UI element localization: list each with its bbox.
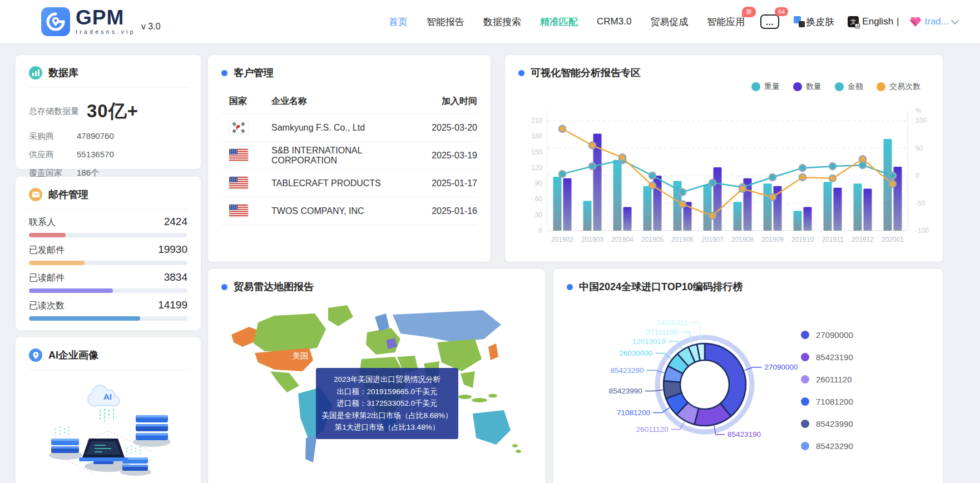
- tooltip-line: 出口额：2019159665.0千美元: [321, 386, 453, 398]
- svg-text:26030000: 26030000: [619, 349, 652, 357]
- mail-stats: 联系人2424已发邮件19930已读邮件3834已读次数14199: [16, 210, 201, 321]
- nav-item-数据搜索[interactable]: 数据搜索: [483, 16, 521, 28]
- user-menu[interactable]: trad...: [909, 16, 958, 27]
- donut-legend-dot: [801, 375, 809, 384]
- mail-stat-line: 已发邮件19930: [29, 243, 187, 256]
- nav-item-贸易促成[interactable]: 贸易促成: [650, 16, 688, 28]
- nav-item-精准匹配[interactable]: 精准匹配: [540, 16, 578, 28]
- change-skin-button[interactable]: 换皮肤: [794, 16, 834, 28]
- brand-domain: tradesns.vip: [76, 29, 136, 35]
- donut-legend-dot: [801, 397, 809, 406]
- customer-row[interactable]: TABLECRAFT PRODUCTS2025-01-17: [221, 170, 477, 197]
- customer-row[interactable]: S&B INTERNATIONAL CORPORATION2025-03-19: [221, 142, 477, 170]
- stat-value: 47890760: [77, 131, 114, 142]
- svg-text:180: 180: [531, 132, 542, 140]
- svg-text:27111100: 27111100: [646, 328, 678, 336]
- customer-row[interactable]: Samkyung F.S. Co., Ltd2025-03-20: [221, 114, 477, 142]
- svg-text:74031111: 74031111: [656, 318, 688, 327]
- legend-item-金额[interactable]: 金额: [835, 82, 863, 92]
- chart-title: 可视化智能分析报告专区: [531, 66, 641, 79]
- location-pin-icon: [29, 348, 42, 362]
- legend-item-交易次数[interactable]: 交易次数: [877, 82, 920, 92]
- donut-legend-item[interactable]: 26011120: [801, 375, 853, 384]
- join-date: 2025-03-20: [424, 123, 477, 133]
- svg-text:60: 60: [535, 195, 543, 203]
- col-join-date: 加入时间: [424, 96, 477, 107]
- svg-text:71081200: 71081200: [617, 409, 650, 417]
- language-switch[interactable]: 文A English |: [848, 16, 899, 27]
- mail-stat-value: 14199: [158, 299, 187, 311]
- progress-track: [29, 288, 187, 293]
- brand-text: GPM tradesns.vip: [76, 7, 136, 35]
- svg-text:%: %: [915, 107, 922, 114]
- nav-item-CRM3.0[interactable]: CRM3.0: [597, 16, 631, 27]
- dashboard-page: GPM tradesns.vip v 3.0 首页智能报告数据搜索精准匹配CRM…: [0, 0, 980, 483]
- new-badge: 新: [742, 7, 756, 17]
- progress-fill: [29, 233, 66, 237]
- header-divider: |: [897, 16, 899, 27]
- top-header: GPM tradesns.vip v 3.0 首页智能报告数据搜索精准匹配CRM…: [0, 0, 980, 43]
- donut-legend-item[interactable]: 27090000: [801, 330, 853, 340]
- legend-item-重量[interactable]: 重量: [751, 82, 780, 92]
- svg-text:201907: 201907: [701, 236, 724, 243]
- donut-legend-dot: [801, 331, 809, 339]
- country-flag: [221, 205, 271, 217]
- mail-stat-label: 联系人: [29, 217, 56, 228]
- svg-text:201912: 201912: [852, 236, 874, 243]
- database-panel: 数据库 总存储数据量 30亿+ 采购商47890760供应商55136570覆盖…: [16, 55, 201, 169]
- database-stat-row: 供应商55136570: [16, 146, 201, 164]
- tooltip-line: 2023年美国进出口贸易情况分析: [321, 374, 453, 386]
- donut-legend-item[interactable]: 71081200: [801, 397, 853, 406]
- donut-legend-item[interactable]: 85423290: [801, 441, 853, 451]
- donut-legend-label: 71081200: [816, 397, 853, 406]
- legend-dot: [793, 82, 802, 91]
- app-version: v 3.0: [141, 22, 161, 32]
- tooltip-line: 第1大进口市场（占比13.48%）: [321, 421, 453, 434]
- donut-legend-dot: [801, 442, 809, 450]
- legend-item-数量[interactable]: 数量: [793, 82, 821, 92]
- ai-profile-panel: AI企业画像 AI: [16, 337, 201, 483]
- chat-bubble-icon: …: [760, 14, 779, 29]
- total-storage-value: 30亿+: [87, 99, 138, 124]
- svg-text:201911: 201911: [821, 236, 843, 243]
- ai-profile-title: AI企业画像: [48, 348, 98, 362]
- legend-dot: [835, 82, 844, 91]
- messages-button[interactable]: … 64: [760, 14, 779, 29]
- nav-item-首页[interactable]: 首页: [389, 16, 408, 28]
- tooltip-line: 美国是全球第2出口市场（占比8.68%）: [321, 410, 453, 422]
- nav-item-智能应用[interactable]: 智能应用新: [707, 16, 745, 28]
- svg-text:26011120: 26011120: [636, 425, 669, 434]
- svg-text:85423290: 85423290: [611, 366, 644, 375]
- donut-legend: 2709000085423190260111207108120085423990…: [801, 330, 853, 451]
- customer-row[interactable]: TWOS COMPANY, INC2025-01-16: [221, 197, 477, 225]
- database-icon: [29, 66, 42, 79]
- total-storage-label: 总存储数据量: [29, 106, 79, 117]
- svg-text:100: 100: [915, 117, 927, 125]
- donut-legend-dot: [801, 353, 809, 361]
- chart-legend: 重量数量金额交易次数: [751, 82, 920, 92]
- combo-chart[interactable]: 100500-50-100%03060901201501802102019022…: [518, 95, 939, 262]
- donut-legend-item[interactable]: 85423190: [801, 352, 853, 362]
- mail-stat-value: 2424: [164, 216, 187, 228]
- app-logo[interactable]: GPM tradesns.vip v 3.0: [41, 7, 161, 36]
- nav-item-智能报告[interactable]: 智能报告: [427, 16, 464, 28]
- legend-label: 金额: [848, 82, 863, 92]
- message-count-badge: 64: [775, 7, 788, 16]
- mail-stat-line: 联系人2424: [29, 216, 187, 228]
- mail-icon: [29, 188, 42, 201]
- mail-title: 邮件管理: [48, 188, 88, 201]
- mail-stat-value: 19930: [158, 243, 187, 256]
- donut-legend-label: 85423290: [816, 441, 853, 451]
- top10-hscode-panel: 中国2024全球进口TOP10编码排行榜 2709000085423190260…: [553, 269, 943, 483]
- progress-track: [29, 316, 187, 321]
- mail-stat-label: 已发邮件: [29, 245, 65, 256]
- usa-map-label: 美国: [293, 351, 308, 361]
- customers-panel: 客户管理 国家 企业名称 加入时间 Samkyung F.S. Co., Ltd…: [208, 55, 491, 262]
- donut-legend-item[interactable]: 85423990: [801, 419, 853, 429]
- country-flag: [221, 149, 271, 162]
- company-name: TWOS COMPANY, INC: [271, 206, 424, 216]
- database-title: 数据库: [48, 66, 78, 79]
- svg-text:27090000: 27090000: [765, 363, 798, 371]
- svg-text:201904: 201904: [611, 236, 633, 243]
- svg-text:210: 210: [531, 117, 542, 125]
